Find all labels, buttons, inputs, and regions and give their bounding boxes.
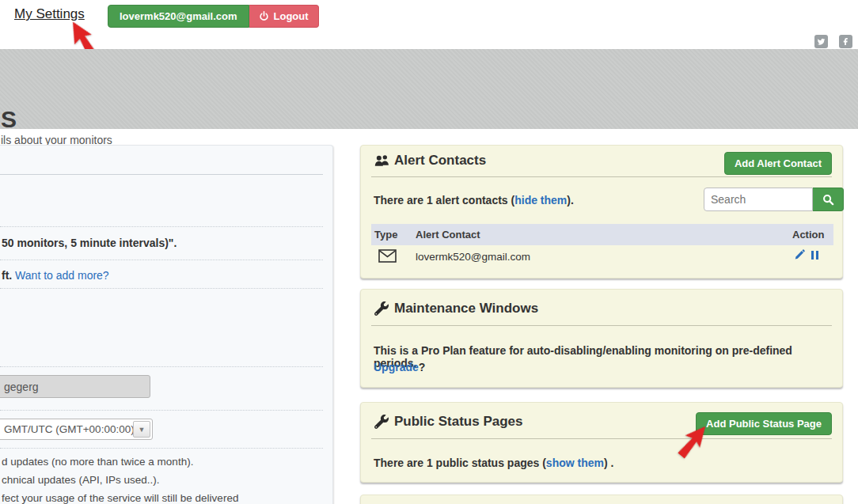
twitter-icon[interactable] bbox=[814, 35, 828, 48]
alert-contacts-search bbox=[704, 188, 844, 211]
column-header-action: Action bbox=[792, 229, 824, 241]
facebook-icon[interactable] bbox=[839, 35, 852, 48]
add-public-status-page-button[interactable]: Add Public Status Page bbox=[696, 412, 832, 435]
power-icon bbox=[259, 11, 269, 21]
notify-option-line: d updates (no more than twice a month). bbox=[2, 456, 193, 468]
wrench-icon bbox=[374, 415, 389, 432]
upgrade-link[interactable]: Upgrade bbox=[374, 361, 419, 373]
page-header-band: S ils about your monitors bbox=[0, 49, 858, 129]
contact-email-cell: lovermk520@gmail.com bbox=[416, 251, 530, 263]
alert-contacts-title: Alert Contacts bbox=[394, 153, 486, 169]
plan-text-fragment: 50 monitors, 5 minute intervals)". bbox=[2, 237, 177, 249]
public-status-pages-summary: There are 1 public status pages (show th… bbox=[374, 457, 613, 469]
divider bbox=[0, 366, 323, 367]
divider bbox=[0, 226, 323, 227]
maintenance-windows-title: Maintenance Windows bbox=[394, 301, 538, 316]
alert-contacts-summary: There are 1 alert contacts (hide them). bbox=[374, 194, 574, 207]
account-details-panel: 50 monitors, 5 minute intervals)". ft. W… bbox=[0, 145, 333, 504]
timezone-selected-value: GMT/UTC (GMT+00:00:00) bbox=[4, 423, 135, 435]
divider bbox=[0, 288, 323, 289]
page-title-fragment: S bbox=[1, 106, 17, 133]
summary-suffix: ) . bbox=[604, 457, 613, 469]
hide-them-link[interactable]: hide them bbox=[514, 194, 567, 207]
edit-icon[interactable] bbox=[794, 249, 805, 263]
users-icon bbox=[374, 154, 390, 170]
account-email-button[interactable]: lovermk520@gmail.com bbox=[108, 5, 249, 28]
summary-prefix: There are 1 alert contacts ( bbox=[374, 194, 514, 207]
next-card-partial bbox=[360, 495, 843, 504]
envelope-icon bbox=[378, 249, 397, 266]
pause-icon[interactable] bbox=[811, 251, 818, 260]
summary-prefix: There are 1 public status pages ( bbox=[374, 457, 546, 469]
divider bbox=[0, 410, 323, 411]
monitors-left-fragment: ft. bbox=[2, 269, 12, 282]
public-status-pages-card: Public Status Pages Add Public Status Pa… bbox=[360, 402, 843, 483]
panel-header-divider bbox=[0, 174, 323, 175]
monitors-left-line: ft. Want to add more? bbox=[2, 269, 109, 282]
logout-button[interactable]: Logout bbox=[249, 5, 319, 28]
wrench-icon bbox=[374, 301, 389, 319]
show-them-link[interactable]: show them bbox=[546, 457, 604, 469]
search-input[interactable] bbox=[704, 188, 813, 211]
add-alert-contact-button[interactable]: Add Alert Contact bbox=[724, 152, 832, 175]
card-header-divider bbox=[371, 438, 832, 439]
divider bbox=[0, 448, 323, 449]
card-header-divider bbox=[371, 176, 832, 177]
account-name-input[interactable] bbox=[0, 375, 150, 398]
notify-option-line: chnical updates (API, IPs used..). bbox=[2, 474, 160, 486]
upgrade-line: Upgrade? bbox=[374, 361, 425, 373]
summary-suffix: ). bbox=[567, 194, 574, 207]
timezone-select[interactable]: GMT/UTC (GMT+00:00:00) ▼ bbox=[0, 419, 153, 440]
search-icon bbox=[822, 194, 834, 206]
logout-label: Logout bbox=[274, 10, 309, 22]
account-button-group: lovermk520@gmail.com Logout bbox=[108, 5, 319, 28]
want-to-add-more-link[interactable]: Want to add more? bbox=[15, 269, 109, 282]
pro-plan-description: This is a Pro Plan feature for auto-disa… bbox=[374, 344, 830, 369]
card-header-divider bbox=[371, 325, 832, 326]
notify-option-line: fect your usage of the service will stil… bbox=[2, 492, 238, 504]
upgrade-suffix: ? bbox=[419, 361, 426, 373]
search-button[interactable] bbox=[813, 188, 844, 211]
my-settings-link[interactable]: My Settings bbox=[14, 6, 85, 22]
chevron-down-icon: ▼ bbox=[133, 421, 150, 438]
column-header-contact: Alert Contact bbox=[416, 229, 480, 241]
alert-contacts-card: Alert Contacts Add Alert Contact There a… bbox=[360, 145, 843, 279]
public-status-pages-title: Public Status Pages bbox=[394, 414, 523, 430]
maintenance-windows-card: Maintenance Windows This is a Pro Plan f… bbox=[360, 289, 843, 388]
divider bbox=[0, 260, 323, 260]
column-header-type: Type bbox=[374, 229, 397, 241]
